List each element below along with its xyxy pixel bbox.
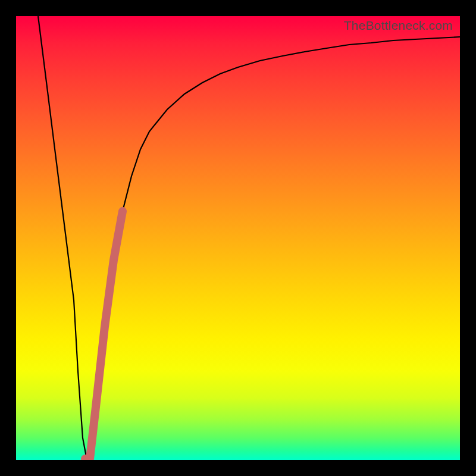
highlight-segment [85, 211, 123, 459]
curve-layer [16, 16, 460, 460]
chart-frame: TheBottleneck.com [0, 0, 476, 476]
watermark-label: TheBottleneck.com [344, 18, 453, 33]
plot-area: TheBottleneck.com [16, 16, 460, 460]
